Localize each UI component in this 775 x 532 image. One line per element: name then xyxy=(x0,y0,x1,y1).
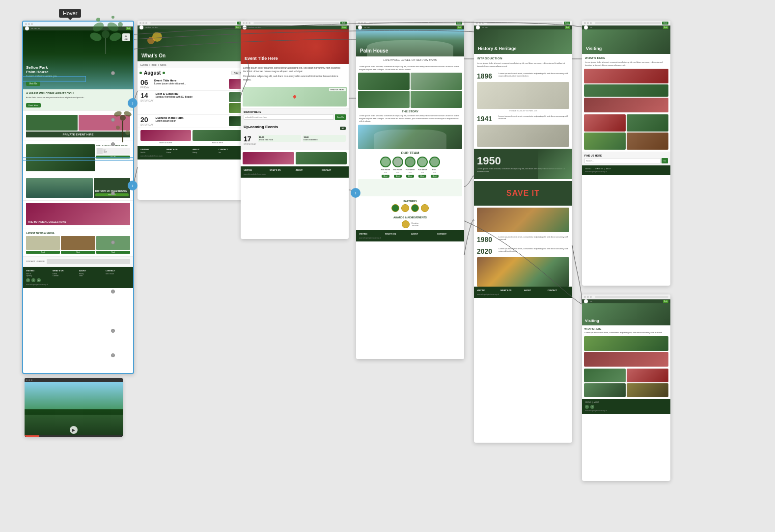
search-input[interactable] xyxy=(584,158,661,163)
save-it-banner: SAVE IT xyxy=(474,181,572,206)
team-row: Full Name Role About Full Name Role Abou… xyxy=(356,157,464,178)
history-1941-img xyxy=(477,125,569,147)
read-more-button[interactable]: Read More xyxy=(26,103,41,107)
event-row-2: 14 SATURDAY Beer & Classical Sunday Work… xyxy=(138,91,246,115)
awards-title: AWARDS & ACHIEVEMENTS xyxy=(359,216,461,219)
svg-line-1 xyxy=(134,167,138,182)
botanical-label: THE BOTANICAL COLLECTIONS xyxy=(28,220,66,223)
dot-1 xyxy=(111,71,115,75)
history-2020-img xyxy=(477,257,569,287)
history-2020: 2020 Lorem ipsum dolor sit amet, consect… xyxy=(474,245,572,257)
frame-history: Book nav nav Book History & Heritage INT… xyxy=(474,21,572,443)
sketch-caption: THE PALM HOUSE, SEFTON PARK, 1896 xyxy=(474,109,572,113)
home-cta-button[interactable]: Visit Us xyxy=(26,81,40,86)
history-1950-img xyxy=(477,208,569,232)
visiting2-section-label: WHAT'S HERE xyxy=(584,327,668,330)
palm-intro: Lorem ipsum dolor sit amet, consectetur … xyxy=(356,63,464,73)
history-sketch-img xyxy=(477,82,569,109)
partners-title: PARTNERS xyxy=(359,200,461,203)
date-badge: 12JAN xyxy=(122,33,130,41)
visiting2-footer-url: www.seftonparkpalmhouse.org.uk xyxy=(585,410,667,412)
news-btn3[interactable]: Read xyxy=(96,251,130,254)
news-label: LATEST NEWS & MEDIA xyxy=(26,232,130,235)
dot-8 xyxy=(111,353,115,357)
video-play-button[interactable]: ▶ xyxy=(70,426,78,434)
history-1941: 1941 Lorem ipsum dolor sit amet, consect… xyxy=(474,113,572,125)
palm-more-content xyxy=(358,179,462,196)
newsletter-label: SIGN UP HERE xyxy=(244,110,346,113)
palm-image-grid xyxy=(356,73,464,108)
newsletter-input[interactable] xyxy=(244,114,334,120)
visiting2-image-grid xyxy=(582,367,670,399)
our-team-title: OUR TEAM xyxy=(356,149,464,157)
event-body: Lorem ipsum dolor sit amet, consectetur … xyxy=(241,64,349,85)
history-1896: 1896 Lorem ipsum dolor sit amet, consect… xyxy=(474,70,572,82)
awards-section: AWARDS & ACHIEVEMENTS CreativeTourism xyxy=(356,214,464,230)
upcoming-title: Up-coming Events xyxy=(244,125,278,129)
whatson-here-label: WHAT'S HERE xyxy=(585,56,667,59)
visiting-title: Visiting xyxy=(586,46,602,51)
the-story-text: Lorem ipsum dolor sit amet, consectetur … xyxy=(359,114,461,123)
event-footer-url: www.seftonparkpalmhouse.org.uk xyxy=(244,173,346,175)
video-progress-bar xyxy=(25,435,123,437)
private-hire-label: PRIVATE EVENT HIRE xyxy=(26,132,130,137)
frame-video: ▶ xyxy=(25,378,123,437)
nav-arrow-right-2[interactable]: › xyxy=(128,181,138,190)
nav-arrow-right-1[interactable]: › xyxy=(128,98,138,108)
visiting2-text: Lorem ipsum dolor sit amet, consectetur … xyxy=(584,331,668,334)
visiting2-images xyxy=(582,336,670,367)
frame-whatson: Book nav item nav item Book Now What's O… xyxy=(138,21,246,200)
thumb-label-2: Find us here xyxy=(193,141,243,144)
upcoming-section: Up-coming Events All 17 WEDNESDAY 19:00 … xyxy=(241,122,349,150)
dot-2 xyxy=(111,118,115,122)
event-row-3: 20 SATURDAY Evening in the Palm Lorem ip… xyxy=(138,115,246,128)
frame-home: nav nav nav Book 12JAN Sefton ParkPalm H… xyxy=(22,21,134,374)
contact-text: CONTACT US HERE xyxy=(26,260,45,263)
view-all-button[interactable]: View All xyxy=(96,156,130,159)
nav-arrow-right-3[interactable]: › xyxy=(351,188,360,198)
news-btn2[interactable]: Read xyxy=(61,251,95,254)
visiting2-hero: Visiting xyxy=(582,303,670,325)
visiting-footer-url: www.seftonparkpalmhouse.org.uk xyxy=(585,171,667,173)
palm-footer-url: www.seftonparkpalmhouse.org.uk xyxy=(359,237,461,239)
the-story-title: THE STORY xyxy=(359,110,461,113)
visiting-img-col xyxy=(582,69,670,112)
history-1980: 1980 Lorem ipsum dolor sit amet, consect… xyxy=(474,234,572,245)
upcoming-all-btn[interactable]: All xyxy=(340,127,346,130)
palm-title: Palm House xyxy=(360,48,388,53)
video-browser-bar xyxy=(25,378,123,382)
dot-6 xyxy=(111,290,115,293)
news-btn1[interactable]: Read xyxy=(26,251,60,254)
palm-building-img xyxy=(358,125,462,149)
whatson-title: What's On xyxy=(141,53,166,58)
map-placeholder: FIND US HERE xyxy=(243,87,347,106)
svg-point-9 xyxy=(111,16,114,19)
month-label: August xyxy=(144,70,161,76)
palm-subtitle: LIVERPOOL JEWEL OF SEFTON PARK xyxy=(356,56,464,63)
visiting2-title: Visiting xyxy=(585,319,599,323)
history-intro: INTRODUCTION Lorem ipsum dolor sit amet,… xyxy=(474,54,572,70)
signup-label: FIND US HERE xyxy=(584,154,668,157)
history-intro-title: INTRODUCTION xyxy=(477,56,569,60)
partners-section: PARTNERS xyxy=(356,198,464,214)
newsletter-submit[interactable]: Sign Up xyxy=(335,114,346,120)
history-footer-url: www.seftonparkpalmhouse.org.uk xyxy=(477,293,569,295)
frame-event: Book nav item nav item Book Event Title … xyxy=(241,21,349,239)
home-subtitle: A warm welcome awaits you xyxy=(26,75,130,78)
upcoming-event-row: 17 WEDNESDAY 19:00 Event Title Here 19:0… xyxy=(244,133,346,147)
welcome-heading: A WARM WELCOME AWAITS YOU xyxy=(26,92,130,95)
frame-visiting: Book nav Book Visiting WHAT'S HERE Lorem… xyxy=(582,21,670,286)
whatson-footer-url: www.seftonparkpalmhouse.org.uk xyxy=(140,155,243,157)
dot-3 xyxy=(111,142,115,146)
visiting-text: Lorem ipsum dolor sit amet, consectetur … xyxy=(585,61,667,66)
footer-copyright: www.seftonparkpalmhouse.org.uk xyxy=(26,284,130,286)
search-btn[interactable]: Go xyxy=(662,158,668,163)
video-content: ▶ xyxy=(25,382,123,437)
history-1950-banner: 1950 Lorem ipsum dolor sit amet, consect… xyxy=(474,149,572,179)
history-intro-text: Lorem ipsum dolor sit amet, consectetur … xyxy=(477,62,569,67)
visiting-whatson-section: WHAT'S HERE Lorem ipsum dolor sit amet, … xyxy=(582,54,670,69)
save-it-text: SAVE IT xyxy=(506,189,540,198)
dot-5 xyxy=(111,240,115,244)
dot-4 xyxy=(111,191,115,195)
frame-visiting2: nav Book Visiting WHAT'S HERE Lorem ipsu… xyxy=(582,294,670,481)
